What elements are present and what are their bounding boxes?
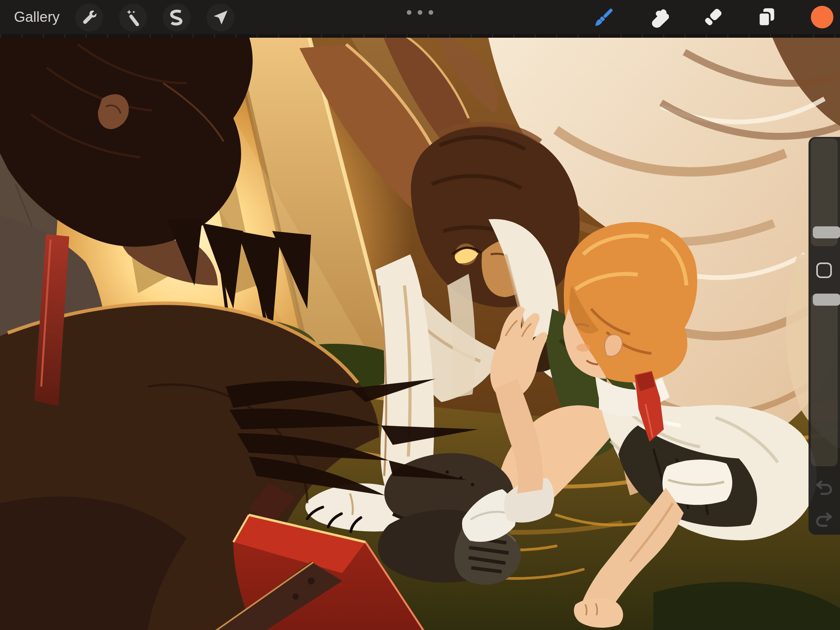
smudge-button[interactable] xyxy=(644,4,672,32)
modify-button[interactable] xyxy=(816,262,832,278)
tool-sidebar xyxy=(808,137,840,535)
redo-button[interactable] xyxy=(815,510,833,528)
erase-button[interactable] xyxy=(699,4,727,32)
paint-button[interactable] xyxy=(590,4,618,32)
color-swatch-button[interactable] xyxy=(811,6,833,28)
opacity-slider[interactable] xyxy=(811,294,838,466)
opacity-handle[interactable] xyxy=(813,294,840,306)
adjustments-button[interactable] xyxy=(119,4,147,32)
magic-wand-icon xyxy=(124,9,142,26)
redo-icon xyxy=(815,523,833,529)
transform-arrow-icon xyxy=(212,9,229,26)
wrench-icon xyxy=(80,9,98,26)
paintbrush-icon xyxy=(593,6,615,30)
brush-size-slider[interactable] xyxy=(811,138,838,246)
layers-icon xyxy=(755,6,777,29)
canvas-artwork[interactable] xyxy=(0,37,840,630)
multitask-dots[interactable] xyxy=(402,10,438,15)
eraser-icon xyxy=(702,6,724,29)
smudge-finger-icon xyxy=(647,6,669,29)
brush-size-handle[interactable] xyxy=(813,226,840,238)
canvas-top-ruler xyxy=(0,34,840,38)
undo-button[interactable] xyxy=(815,478,833,496)
selection-button[interactable] xyxy=(163,4,191,32)
procreate-window: Gallery xyxy=(0,0,840,630)
layers-button[interactable] xyxy=(752,4,780,32)
transform-button[interactable] xyxy=(206,4,234,32)
top-toolbar: Gallery xyxy=(0,0,840,34)
undo-icon xyxy=(815,491,833,497)
gallery-button[interactable]: Gallery xyxy=(14,0,60,34)
selection-s-icon xyxy=(168,9,185,26)
actions-button[interactable] xyxy=(75,4,103,32)
